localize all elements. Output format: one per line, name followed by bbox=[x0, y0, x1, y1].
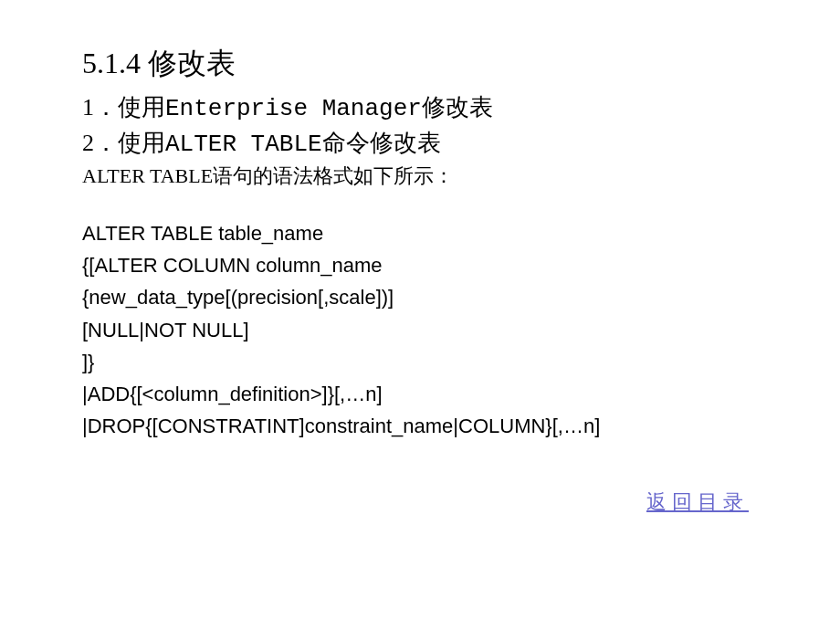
section-title: 5.1.4 修改表 bbox=[82, 44, 758, 84]
syntax-line-7: |DROP{[CONSTRATINT]constraint_name|COLUM… bbox=[82, 410, 758, 442]
subsection-1-prefix: 使用 bbox=[118, 94, 165, 121]
subsection-1-code: Enterprise Manager bbox=[165, 95, 422, 122]
subsection-1-num: 1． bbox=[82, 94, 118, 121]
subsection-2-num: 2． bbox=[82, 130, 118, 156]
subsection-1: 1．使用Enterprise Manager修改表 bbox=[82, 91, 758, 123]
syntax-description: ALTER TABLE语句的语法格式如下所示： bbox=[82, 163, 758, 190]
syntax-line-3: {new_data_type[(precision[,scale])] bbox=[82, 281, 758, 313]
syntax-line-2: {[ALTER COLUMN column_name bbox=[82, 249, 758, 281]
syntax-line-1: ALTER TABLE table_name bbox=[82, 217, 758, 249]
subsection-2-suffix: 命令修改表 bbox=[322, 130, 441, 156]
syntax-line-4: [NULL|NOT NULL] bbox=[82, 314, 758, 346]
subsection-2-code: ALTER TABLE bbox=[165, 131, 322, 158]
back-to-toc-link[interactable]: 返回目录 bbox=[646, 488, 749, 516]
subsection-1-suffix: 修改表 bbox=[422, 94, 493, 121]
syntax-line-6: |ADD{[<column_definition>]}[,…n] bbox=[82, 378, 758, 410]
subsection-2: 2．使用ALTER TABLE命令修改表 bbox=[82, 127, 758, 159]
subsection-2-prefix: 使用 bbox=[118, 130, 165, 156]
syntax-line-5: ]} bbox=[82, 346, 758, 378]
